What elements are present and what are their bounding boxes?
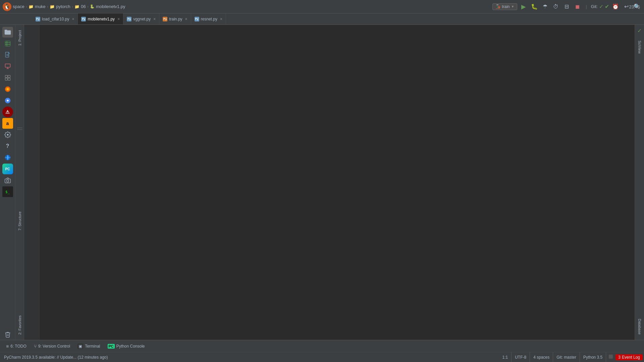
tab-vggnet-py[interactable]: Py vggnet.py × [123,13,159,24]
status-update-msg[interactable]: PyCharm 2019.3.5 available: // Update...… [0,355,499,360]
editor-area[interactable] [40,25,635,340]
topbar: 🐧 space › 📁 muke › 📁 pytorch › 📁 06 › 🐍 … [0,0,644,13]
settings-icon[interactable] [2,129,13,140]
amazon-icon[interactable]: a [2,118,13,129]
tab-close-icon[interactable]: × [117,17,120,21]
files-icon[interactable] [2,72,13,83]
git-area: Git: ✓ ✔ [591,3,609,10]
notifications-icon [608,354,613,359]
structure-panel-label[interactable]: 7: Structure [16,209,23,233]
svg-rect-1 [4,30,7,31]
svg-rect-12 [5,75,7,78]
bottom-tool-python-console[interactable]: PCPython Console [104,343,148,350]
bottom-tool-label: Terminal [85,344,100,349]
right-checkmark-icon: ✓ [637,27,642,34]
spreadsheet-icon[interactable] [2,38,13,49]
debug-button[interactable]: 🐛 [530,2,539,11]
svg-rect-0 [4,31,10,35]
left-icon-dock: ⚠ a ? PC $_ [0,25,15,340]
breadcrumb-file[interactable]: 🐍 mobilenetv1.py [90,4,125,9]
profile-button[interactable]: ⏱ [551,2,560,11]
tab-label: mobilenetv1.py [88,17,115,21]
event-log-label: Event Log [622,355,640,360]
document-icon[interactable] [2,50,13,60]
folder-icon[interactable] [2,27,13,38]
breadcrumb-muke[interactable]: 📁 muke [29,4,46,9]
favorites-panel-label[interactable]: 2: Favorites [16,313,23,337]
pycharm-icon[interactable]: PC [2,164,13,174]
coverage-button[interactable]: ☂ [541,2,549,11]
tab-icon: Py [81,17,86,21]
status-vcs[interactable]: Git: master [553,352,580,362]
tab-load_cifar10-py[interactable]: Py load_cifar10.py × [32,13,78,24]
svg-point-18 [7,88,8,90]
tab-close-icon[interactable]: × [153,17,156,21]
tab-mobilenetv1-py[interactable]: Py mobilenetv1.py × [78,13,123,24]
event-log-count: 3 [618,355,621,360]
breadcrumb-space[interactable]: space [13,4,24,9]
terminal-icon[interactable]: $_ [2,186,13,197]
history-button[interactable]: ⏰ [611,2,620,11]
tab-close-icon[interactable]: × [185,17,187,21]
svg-point-20 [7,100,9,102]
tab-icon: Py [127,17,131,21]
warning-icon[interactable]: ⚠ [2,107,13,117]
svg-point-24 [6,180,9,182]
bottom-tool-terminal[interactable]: ▣Terminal [74,342,103,350]
terminal-icon: ▣ [77,344,83,349]
right-side-panels: ✓ SciView Database [635,25,644,340]
svg-rect-9 [5,64,10,67]
tab-label: vggnet.py [133,17,151,21]
python-console-icon: PC [108,344,115,349]
svg-rect-23 [5,179,10,183]
tab-icon: Py [163,17,167,21]
tab-close-icon[interactable]: × [72,17,74,21]
breadcrumb-pytorch[interactable]: 📁 pytorch [50,4,70,9]
trash-icon[interactable] [2,329,13,340]
sciview-panel-label[interactable]: SciView [636,38,643,56]
bottom-tool-label: 6: TODO [10,344,26,349]
vcs-icon: ⑂ [34,344,37,349]
stop-button[interactable]: ◼ [573,2,582,11]
run-config-arrow-icon: ▼ [511,5,514,8]
tab-icon: Py [195,17,199,21]
firefox-icon[interactable] [2,84,13,95]
chrome-icon[interactable] [2,95,13,106]
svg-rect-13 [8,75,10,78]
git-checkmark-icon: ✓ [599,3,603,10]
status-python[interactable]: Python 3.5 [580,352,606,362]
tab-train-py[interactable]: Py train.py × [159,13,191,24]
svg-rect-2 [5,41,10,46]
run-config-selector[interactable]: 🚂 train ▼ [492,3,517,10]
presentation-icon[interactable] [2,61,13,72]
status-position: 1:1 [499,352,512,362]
bottom-tool-label: 9: Version Control [38,344,70,349]
todo-icon: ≡ [6,344,9,349]
breadcrumb-06[interactable]: 📁 06 [74,4,86,9]
bottom-tool-6-todo[interactable]: ≡6: TODO [3,342,30,350]
tab-resnet-py[interactable]: Py resnet.py × [191,13,226,24]
tab-label: train.py [169,17,182,21]
network-icon[interactable] [2,152,13,163]
camera-icon[interactable] [2,175,13,186]
breadcrumb: space › 📁 muke › 📁 pytorch › 📁 06 › 🐍 mo… [13,4,125,9]
run-tasks-button[interactable]: ⊟ [562,2,571,11]
statusbar: PyCharm 2019.3.5 available: // Update...… [0,352,644,362]
database-panel-label[interactable]: Database [636,316,643,337]
line-numbers [24,25,40,340]
tab-bar: Py load_cifar10.py × Py mobilenetv1.py ×… [0,13,644,25]
run-button[interactable]: ▶ [519,2,528,11]
status-encoding[interactable]: UTF-8 [512,352,530,362]
tab-close-icon[interactable]: × [220,17,222,21]
bottom-tool-9-version-control[interactable]: ⑂9: Version Control [31,342,73,350]
bottom-tool-label: Python Console [116,344,145,349]
status-indent[interactable]: 4 spaces [530,352,553,362]
help-icon[interactable]: ? [2,141,13,152]
git-checkmark2-icon: ✔ [605,3,609,10]
project-panel-label[interactable]: 1: Project [16,27,23,48]
left-side-panels: 1: Project 7: Structure 2: Favorites [15,25,24,340]
event-log-button[interactable]: 3 Event Log [615,354,643,360]
svg-rect-6 [5,52,9,57]
tab-icon: Py [36,17,40,21]
svg-rect-15 [8,78,10,80]
